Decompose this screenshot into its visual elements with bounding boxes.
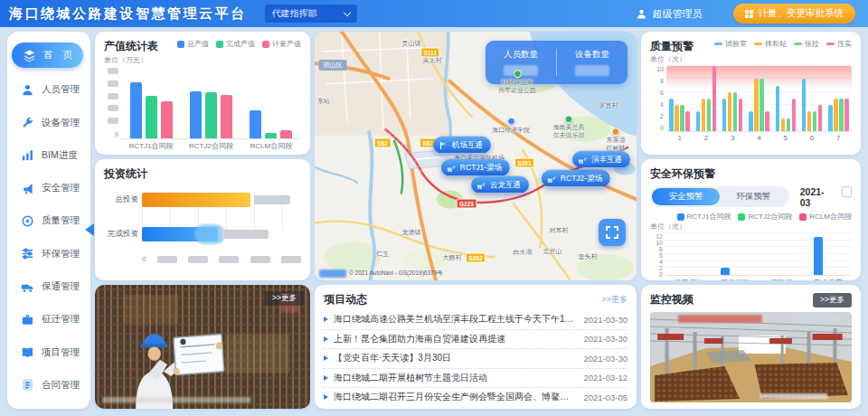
y-tick-redacted	[108, 80, 118, 87]
bar	[813, 111, 817, 131]
x-tick-label: 日常巡检	[712, 276, 760, 280]
legend-label: 拌和站	[765, 39, 787, 49]
sidebar-item-truck[interactable]: 保通管理	[7, 276, 90, 298]
sidebar-item-book[interactable]: 项目管理	[7, 342, 90, 364]
value-label-redacted	[254, 195, 290, 204]
bullet-icon	[324, 317, 328, 322]
news-item[interactable]: 海口绕城高速公路美兰机场至演丰段工程主线于今天下午17时通车2021-03-30	[324, 310, 627, 330]
x-tick-label: RCTJ2合同段	[181, 139, 241, 151]
sidebar-item-label: 征迁管理	[42, 313, 80, 326]
legend-label: RCTJ1合同段	[687, 212, 731, 222]
bar	[792, 99, 797, 131]
sidebar-item-label: 保通管理	[42, 280, 80, 293]
bar	[754, 79, 759, 131]
sidebar-item-target[interactable]: 质量管理	[7, 210, 90, 232]
x-tick-redacted	[219, 256, 239, 263]
legend-marker	[794, 43, 802, 45]
bar	[844, 99, 849, 131]
device-count-value-redacted	[575, 65, 609, 76]
news-item[interactable]: 【党史百年·天天读】3月30日2021-03-30	[324, 349, 627, 369]
map-badge-digger[interactable]: 演丰互通	[572, 151, 630, 168]
y-tick-label: 12	[656, 233, 663, 240]
bar-group	[712, 233, 760, 275]
bar	[839, 99, 844, 131]
legend-item: 计量产值	[262, 39, 301, 49]
megaphone-icon	[21, 182, 34, 195]
bar	[205, 92, 217, 138]
legend-item: 张拉	[794, 39, 819, 49]
people-count-label: 人员数量	[504, 49, 538, 61]
org-selector-dropdown[interactable]: 代建指挥部	[265, 5, 357, 23]
device-count[interactable]: 设备数量	[556, 49, 627, 76]
news-item[interactable]: 海口绕城二期开展植树节主题党日活动2021-03-12	[324, 369, 627, 389]
bar	[250, 110, 261, 138]
sidebar-item-wrench[interactable]: 设备管理	[7, 112, 90, 134]
bar-group	[121, 68, 181, 138]
map-badge-label: 云龙互通	[490, 180, 521, 191]
checkbox[interactable]	[842, 186, 852, 197]
sidebar-item-label: 环保管理	[42, 248, 80, 260]
x-tick-label: 5	[772, 132, 798, 142]
bar	[739, 99, 743, 131]
news-date: 2021-03-12	[583, 373, 627, 383]
bar	[776, 86, 780, 131]
legend-marker	[799, 213, 807, 221]
people-count[interactable]: 人员数量	[486, 49, 556, 76]
contract-icon	[21, 378, 34, 392]
approval-system-button[interactable]: 计量、变更审批系统	[733, 4, 856, 24]
video-frame[interactable]	[650, 312, 852, 402]
sidebar-item-megaphone[interactable]: 安全管理	[7, 177, 90, 199]
sidebar-item-briefcase[interactable]: 征迁管理	[7, 308, 90, 330]
map-badge-digger[interactable]: RCTJ2-梁场	[542, 170, 610, 187]
map-badge-flag[interactable]: 机场互通	[433, 137, 491, 154]
news-title: 海口绕城二期召开三月份安全生产例会暨全国两会、博鳌论坛年会安...	[334, 391, 576, 403]
digger-icon	[578, 156, 588, 164]
output-chart-plot	[121, 68, 301, 139]
tab-safety-warning[interactable]: 安全预警	[652, 188, 720, 205]
legend-label: 张拉	[805, 39, 819, 49]
user-menu[interactable]: 超级管理员	[636, 7, 703, 21]
sidebar-item-bim-chart[interactable]: BIM进度	[7, 145, 90, 166]
bar-group	[759, 233, 806, 275]
bar-group	[665, 233, 712, 275]
sliders-icon	[21, 247, 34, 260]
x-tick-label: RCLM合同段	[241, 139, 301, 151]
y-tick-redacted	[108, 93, 118, 99]
chevron-down-icon	[343, 9, 350, 16]
sidebar-item-person[interactable]: 人员管理	[7, 79, 90, 100]
legend-marker	[677, 213, 684, 221]
tab-env-warning[interactable]: 环保预警	[720, 188, 788, 205]
sidebar-collapse-arrow[interactable]	[85, 223, 94, 236]
bar	[696, 111, 701, 131]
safety-chart-legend: RCTJ1合同段RCTJ2合同段RCLM合同段	[650, 212, 852, 222]
bar	[707, 99, 712, 131]
bar-group	[806, 233, 853, 275]
sidebar-item-label: 质量管理	[42, 214, 80, 227]
output-statistics-panel: 产值统计表 总产值完成产值计量产值 单位（万元） 0 RCTJ1合同段RCTJ2…	[95, 32, 310, 155]
map-fullscreen-button[interactable]	[599, 219, 626, 246]
user-name: 超级管理员	[653, 7, 703, 21]
bar	[685, 111, 690, 131]
x-tick-label: RCTJ1合同段	[121, 139, 181, 151]
x-tick-label: 6	[798, 132, 825, 142]
photo-more-button[interactable]: >>更多	[265, 291, 304, 306]
map-badge-digger[interactable]: RCTJ1-梁场	[441, 159, 510, 176]
video-more-button[interactable]: >>更多	[813, 293, 852, 307]
bar	[722, 99, 727, 131]
dashboard-layout: 首 页人员管理设备管理BIM进度安全管理质量管理环保管理保通管理征迁管理项目管理…	[0, 27, 868, 416]
legend-label: RCTJ2合同段	[748, 212, 792, 222]
bar-group	[798, 66, 825, 131]
sidebar-item-sliders[interactable]: 环保管理	[7, 243, 90, 265]
news-item[interactable]: 海口绕城二期召开三月份安全生产例会暨全国两会、博鳌论坛年会安...2021-03…	[324, 388, 627, 407]
investment-row: 完成投资	[142, 226, 301, 242]
legend-item: 总产值	[177, 39, 209, 49]
news-more-link[interactable]: >>更多	[601, 294, 627, 306]
news-item[interactable]: 上新！昆仑集团助力海南自贸港建设再提速2021-03-30	[324, 330, 627, 350]
map-badge-digger[interactable]: 云龙互通	[471, 176, 529, 194]
month-picker[interactable]: 2021-03	[800, 186, 831, 208]
legend-item: RCTJ2合同段	[738, 212, 792, 222]
sidebar-item-home[interactable]: 首 页	[12, 43, 83, 68]
x-axis-labels: 0	[104, 255, 301, 263]
bar	[130, 82, 142, 138]
sidebar-item-contract[interactable]: 合同管理	[7, 374, 90, 396]
